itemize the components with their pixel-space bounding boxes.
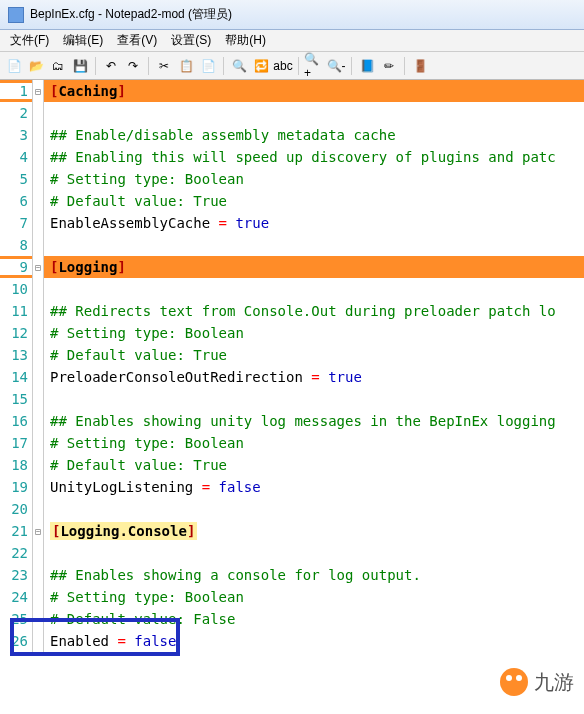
toolbar-separator <box>404 57 405 75</box>
menu-help[interactable]: 帮助(H) <box>219 30 272 51</box>
code-content[interactable]: # Setting type: Boolean <box>44 589 584 605</box>
line-number: 5 <box>0 171 32 187</box>
fold-gutter <box>32 454 44 476</box>
fold-gutter <box>32 564 44 586</box>
toolbar: 📄 📂 🗂 💾 ↶ ↷ ✂ 📋 📄 🔍 🔁 abc 🔍+ 🔍- 📘 ✏ 🚪 <box>0 52 584 80</box>
code-line[interactable]: 21⊟[Logging.Console] <box>0 520 584 542</box>
paste-icon[interactable]: 📄 <box>198 56 218 76</box>
code-line[interactable]: 1⊟[Caching] <box>0 80 584 102</box>
code-editor[interactable]: 1⊟[Caching]23## Enable/disable assembly … <box>0 80 584 652</box>
word-icon[interactable]: abc <box>273 56 293 76</box>
code-content[interactable]: # Setting type: Boolean <box>44 325 584 341</box>
scheme-icon[interactable]: 📘 <box>357 56 377 76</box>
line-number: 4 <box>0 149 32 165</box>
code-line[interactable]: 16## Enables showing unity log messages … <box>0 410 584 432</box>
fold-gutter <box>32 190 44 212</box>
line-number: 14 <box>0 369 32 385</box>
menubar: 文件(F) 编辑(E) 查看(V) 设置(S) 帮助(H) <box>0 30 584 52</box>
zoom-out-icon[interactable]: 🔍- <box>326 56 346 76</box>
fold-gutter <box>32 586 44 608</box>
code-line[interactable]: 7EnableAssemblyCache = true <box>0 212 584 234</box>
line-number: 24 <box>0 589 32 605</box>
save-icon[interactable]: 💾 <box>70 56 90 76</box>
browse-icon[interactable]: 🗂 <box>48 56 68 76</box>
code-line[interactable]: 4## Enabling this will speed up discover… <box>0 146 584 168</box>
code-content[interactable]: [Caching] <box>44 83 584 99</box>
toolbar-separator <box>351 57 352 75</box>
window-title: BepInEx.cfg - Notepad2-mod (管理员) <box>30 6 232 23</box>
fold-gutter <box>32 278 44 300</box>
copy-icon[interactable]: 📋 <box>176 56 196 76</box>
code-line[interactable]: 8 <box>0 234 584 256</box>
replace-icon[interactable]: 🔁 <box>251 56 271 76</box>
code-line[interactable]: 22 <box>0 542 584 564</box>
code-line[interactable]: 9⊟[Logging] <box>0 256 584 278</box>
menu-file[interactable]: 文件(F) <box>4 30 55 51</box>
fold-gutter[interactable]: ⊟ <box>32 520 44 542</box>
fold-gutter <box>32 322 44 344</box>
fold-gutter <box>32 366 44 388</box>
toolbar-separator <box>95 57 96 75</box>
line-number: 10 <box>0 281 32 297</box>
code-line[interactable]: 24# Setting type: Boolean <box>0 586 584 608</box>
code-content[interactable]: ## Enables showing a console for log out… <box>44 567 584 583</box>
exit-icon[interactable]: 🚪 <box>410 56 430 76</box>
code-line[interactable]: 6# Default value: True <box>0 190 584 212</box>
redo-icon[interactable]: ↷ <box>123 56 143 76</box>
code-content[interactable]: # Default value: True <box>44 193 584 209</box>
code-content[interactable]: ## Enabling this will speed up discovery… <box>44 149 584 165</box>
code-line[interactable]: 5# Setting type: Boolean <box>0 168 584 190</box>
code-line[interactable]: 20 <box>0 498 584 520</box>
code-line[interactable]: 19UnityLogListening = false <box>0 476 584 498</box>
line-number: 2 <box>0 105 32 121</box>
fold-gutter <box>32 388 44 410</box>
line-number: 19 <box>0 479 32 495</box>
menu-view[interactable]: 查看(V) <box>111 30 163 51</box>
code-content[interactable]: [Logging.Console] <box>44 523 584 539</box>
find-icon[interactable]: 🔍 <box>229 56 249 76</box>
code-line[interactable]: 18# Default value: True <box>0 454 584 476</box>
menu-settings[interactable]: 设置(S) <box>165 30 217 51</box>
line-number: 12 <box>0 325 32 341</box>
code-line[interactable]: 17# Setting type: Boolean <box>0 432 584 454</box>
code-line[interactable]: 3## Enable/disable assembly metadata cac… <box>0 124 584 146</box>
new-icon[interactable]: 📄 <box>4 56 24 76</box>
zoom-in-icon[interactable]: 🔍+ <box>304 56 324 76</box>
line-number: 20 <box>0 501 32 517</box>
line-number: 7 <box>0 215 32 231</box>
code-content[interactable]: ## Enables showing unity log messages in… <box>44 413 584 429</box>
toolbar-separator <box>223 57 224 75</box>
code-line[interactable]: 23## Enables showing a console for log o… <box>0 564 584 586</box>
toolbar-separator <box>148 57 149 75</box>
code-line[interactable]: 12# Setting type: Boolean <box>0 322 584 344</box>
code-line[interactable]: 13# Default value: True <box>0 344 584 366</box>
code-content[interactable]: # Setting type: Boolean <box>44 171 584 187</box>
code-line[interactable]: 11## Redirects text from Console.Out dur… <box>0 300 584 322</box>
code-line[interactable]: 14PreloaderConsoleOutRedirection = true <box>0 366 584 388</box>
undo-icon[interactable]: ↶ <box>101 56 121 76</box>
code-content[interactable]: UnityLogListening = false <box>44 479 584 495</box>
code-content[interactable]: # Default value: True <box>44 457 584 473</box>
code-content[interactable]: EnableAssemblyCache = true <box>44 215 584 231</box>
code-line[interactable]: 2 <box>0 102 584 124</box>
line-number: 22 <box>0 545 32 561</box>
titlebar: BepInEx.cfg - Notepad2-mod (管理员) <box>0 0 584 30</box>
fold-gutter[interactable]: ⊟ <box>32 256 44 278</box>
code-line[interactable]: 10 <box>0 278 584 300</box>
fold-gutter <box>32 542 44 564</box>
code-content[interactable]: [Logging] <box>44 259 584 275</box>
customize-icon[interactable]: ✏ <box>379 56 399 76</box>
watermark-logo-icon <box>500 668 528 696</box>
code-content[interactable]: PreloaderConsoleOutRedirection = true <box>44 369 584 385</box>
code-content[interactable]: # Default value: True <box>44 347 584 363</box>
fold-gutter <box>32 498 44 520</box>
menu-edit[interactable]: 编辑(E) <box>57 30 109 51</box>
code-content[interactable]: ## Redirects text from Console.Out durin… <box>44 303 584 319</box>
cut-icon[interactable]: ✂ <box>154 56 174 76</box>
code-content[interactable]: # Setting type: Boolean <box>44 435 584 451</box>
code-content[interactable]: ## Enable/disable assembly metadata cach… <box>44 127 584 143</box>
fold-gutter[interactable]: ⊟ <box>32 80 44 102</box>
open-icon[interactable]: 📂 <box>26 56 46 76</box>
code-line[interactable]: 15 <box>0 388 584 410</box>
line-number: 18 <box>0 457 32 473</box>
